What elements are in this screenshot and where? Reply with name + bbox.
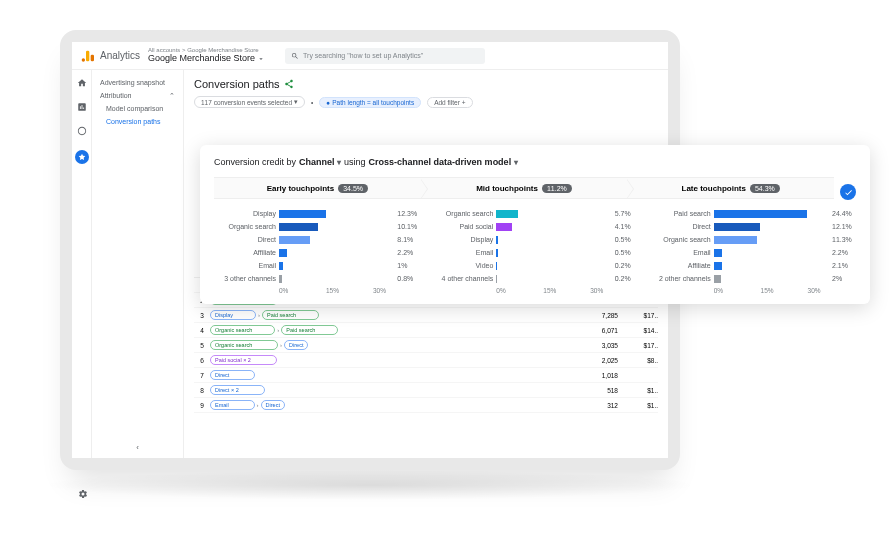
nav-model-comparison[interactable]: Model comparison bbox=[92, 102, 183, 115]
bar-value: 2.2% bbox=[397, 249, 421, 256]
channel-chip: Paid social × 2100% bbox=[210, 355, 277, 365]
channel-chip: Direct100% bbox=[210, 370, 255, 380]
bar-label: Direct bbox=[214, 236, 276, 243]
bar bbox=[279, 275, 282, 283]
dimension-dropdown[interactable]: Channel ▾ bbox=[299, 157, 341, 167]
nav-conversion-paths[interactable]: Conversion paths bbox=[92, 115, 183, 128]
table-row[interactable]: 3Display51%›Paid search49%7,285$17.. bbox=[194, 308, 658, 323]
charts-row: Display12.3%Organic search10.1%Direct8.1… bbox=[214, 207, 856, 294]
stage-stepper: Early touchpoints34.5%Mid touchpoints11.… bbox=[214, 177, 834, 199]
add-filter-button[interactable]: Add filter + bbox=[427, 97, 472, 108]
channel-chip: Direct × 2100% bbox=[210, 385, 265, 395]
channel-chip: Email100% bbox=[210, 400, 255, 410]
bar-label: Display bbox=[214, 210, 276, 217]
bar-row: Organic search5.7% bbox=[431, 207, 638, 220]
bar-label: Video bbox=[431, 262, 493, 269]
bar-value: 0.2% bbox=[615, 275, 639, 282]
table-row[interactable]: 7Direct100%1,018 bbox=[194, 368, 658, 383]
bar-row: Video0.2% bbox=[431, 259, 638, 272]
bar-label: Email bbox=[214, 262, 276, 269]
stage-badge: 34.5% bbox=[338, 184, 368, 193]
brand-label: Analytics bbox=[100, 50, 140, 61]
bar-label: Display bbox=[431, 236, 493, 243]
reports-icon[interactable] bbox=[77, 102, 87, 114]
bar bbox=[496, 262, 497, 270]
bar-label: Paid social bbox=[431, 223, 493, 230]
touchpoint-chart: Paid search24.4%Direct12.1%Organic searc… bbox=[649, 207, 856, 294]
chevron-down-icon bbox=[257, 55, 265, 63]
collapse-nav[interactable]: ‹ bbox=[136, 443, 139, 452]
bar-label: Organic search bbox=[431, 210, 493, 217]
table-row[interactable]: 6Paid social × 2100%2,025$8.. bbox=[194, 353, 658, 368]
chevron-down-icon: ▾ bbox=[514, 158, 518, 167]
bar-value: 1% bbox=[397, 262, 421, 269]
share-icon[interactable] bbox=[284, 79, 294, 89]
bar-row: Organic search10.1% bbox=[214, 220, 421, 233]
bar bbox=[496, 210, 518, 218]
bar-row: Paid search24.4% bbox=[649, 207, 856, 220]
bar bbox=[714, 236, 757, 244]
search-input[interactable]: Try searching "how to set up Analytics" bbox=[285, 48, 485, 64]
search-placeholder: Try searching "how to set up Analytics" bbox=[303, 52, 423, 59]
channel-chip: Direct bbox=[261, 400, 285, 410]
settings-icon[interactable] bbox=[78, 485, 88, 495]
filter-dot-icon: ● bbox=[326, 99, 330, 106]
bar-label: Direct bbox=[649, 223, 711, 230]
explore-icon[interactable] bbox=[77, 126, 87, 138]
bar-row: Organic search11.3% bbox=[649, 233, 856, 246]
channel-chip: Paid search49% bbox=[262, 310, 319, 320]
arrow-icon: › bbox=[258, 312, 260, 318]
nav-advertising-snapshot[interactable]: Advertising snapshot bbox=[92, 76, 183, 89]
bar-label: Email bbox=[649, 249, 711, 256]
table-row[interactable]: 9Email100%›Direct312$1.. bbox=[194, 398, 658, 413]
bar-label: Affiliate bbox=[214, 249, 276, 256]
account-picker[interactable]: All accounts > Google Merchandise Store … bbox=[148, 47, 265, 63]
bar-value: 0.5% bbox=[615, 236, 639, 243]
touchpoint-chart: Display12.3%Organic search10.1%Direct8.1… bbox=[214, 207, 421, 294]
bar bbox=[714, 262, 722, 270]
events-filter[interactable]: 117 conversion events selected ▾ bbox=[194, 96, 305, 108]
bar-row: Direct8.1% bbox=[214, 233, 421, 246]
svg-point-2 bbox=[82, 58, 85, 61]
bar bbox=[279, 249, 287, 257]
bar-row: Email1% bbox=[214, 259, 421, 272]
left-rail bbox=[72, 70, 92, 458]
channel-chip: Organic search52% bbox=[210, 325, 275, 335]
nav-attribution[interactable]: Attribution ⌃ bbox=[92, 89, 183, 102]
bar bbox=[496, 249, 498, 257]
pathlength-filter[interactable]: ●Path length = all touchpoints bbox=[319, 97, 421, 108]
bar-row: Email0.5% bbox=[431, 246, 638, 259]
tablet-shadow bbox=[40, 470, 700, 500]
stage[interactable]: Early touchpoints34.5% bbox=[214, 177, 421, 199]
bar-label: 2 other channels bbox=[649, 275, 711, 282]
bar-value: 2% bbox=[832, 275, 856, 282]
arrow-icon: › bbox=[257, 402, 259, 408]
bar-value: 0.8% bbox=[397, 275, 421, 282]
bar-value: 8.1% bbox=[397, 236, 421, 243]
search-icon bbox=[291, 52, 299, 60]
bar bbox=[279, 223, 318, 231]
advertising-icon[interactable] bbox=[75, 150, 89, 164]
channel-chip: Direct bbox=[284, 340, 308, 350]
stage[interactable]: Late touchpoints54.3% bbox=[627, 177, 834, 199]
property-name: Google Merchandise Store bbox=[148, 54, 265, 64]
channel-chip: Display51% bbox=[210, 310, 256, 320]
stage-badge: 54.3% bbox=[750, 184, 780, 193]
table-row[interactable]: 8Direct × 2100%518$1.. bbox=[194, 383, 658, 398]
bar-value: 12.3% bbox=[397, 210, 421, 217]
table-row[interactable]: 4Organic search52%›Paid search48%6,071$1… bbox=[194, 323, 658, 338]
bar bbox=[279, 262, 283, 270]
table-row[interactable]: 5Organic search100%›Direct3,035$17.. bbox=[194, 338, 658, 353]
stage[interactable]: Mid touchpoints11.2% bbox=[421, 177, 628, 199]
bar bbox=[714, 275, 722, 283]
bar-value: 0.2% bbox=[615, 262, 639, 269]
bar-label: 3 other channels bbox=[214, 275, 276, 282]
x-axis: 0%15%30% bbox=[214, 287, 421, 294]
bar-value: 11.3% bbox=[832, 236, 856, 243]
bar-row: 2 other channels2% bbox=[649, 272, 856, 285]
analytics-logo: Analytics bbox=[80, 48, 140, 64]
model-dropdown[interactable]: Cross-channel data-driven model ▾ bbox=[369, 157, 518, 167]
home-icon[interactable] bbox=[77, 78, 87, 90]
card-title: Conversion credit by Channel ▾ using Cro… bbox=[214, 157, 856, 167]
bar bbox=[714, 210, 808, 218]
